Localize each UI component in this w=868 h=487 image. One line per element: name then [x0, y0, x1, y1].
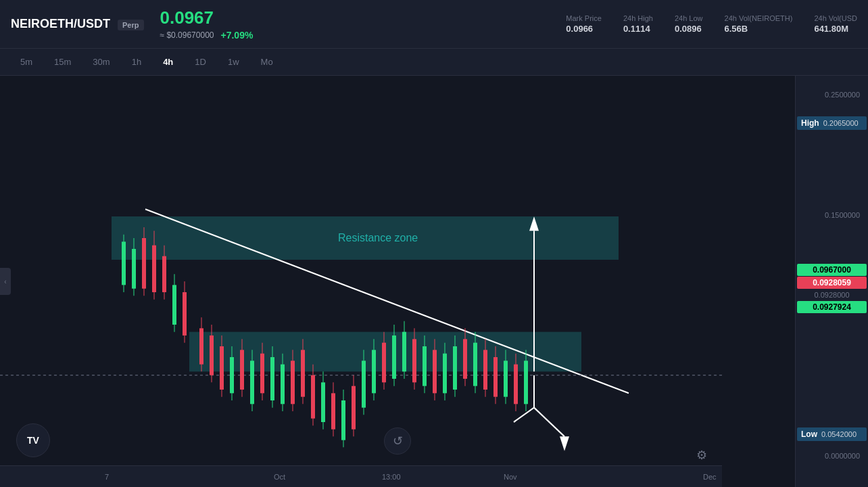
tf-1w[interactable]: 1w: [218, 54, 249, 70]
price-block: 0.0967 ≈ $0.09670000 +7.09%: [160, 7, 254, 41]
perp-badge: Perp: [118, 20, 143, 30]
tf-15m[interactable]: 15m: [45, 54, 80, 70]
symbol-text: NEIROETH/USDT: [11, 17, 110, 30]
time-tick-oct: Oct: [274, 473, 285, 481]
low-label-block: Low 0.0542000: [797, 427, 867, 441]
stat-vol-neiroeth: 24h Vol(NEIROETH) 6.56B: [725, 14, 793, 34]
time-tick-nov: Nov: [504, 473, 517, 481]
vol-usdt-value: 641.80M: [814, 24, 857, 34]
high-label-block: High 0.2065000: [797, 116, 867, 130]
header-stats: Mark Price 0.0966 24h High 0.1114 24h Lo…: [566, 14, 857, 34]
time-tick-dec: Dec: [703, 473, 717, 481]
reset-button[interactable]: ↺: [384, 427, 411, 455]
vol-usdt-label: 24h Vol(USD: [814, 14, 857, 22]
chart-container: 0.0967000 +0.0021000 (+2.22%) NEIROETH/U…: [0, 76, 868, 487]
reset-icon: ↺: [393, 434, 403, 448]
price-tick-015: 0.1500000: [819, 211, 865, 219]
tf-mo[interactable]: Mo: [251, 54, 283, 70]
low-value: 0.0542000: [821, 430, 857, 438]
mark-price-label: Mark Price: [566, 14, 602, 22]
svg-rect-8: [0, 76, 795, 487]
settings-button[interactable]: ⚙: [696, 448, 707, 463]
stat-mark-price: Mark Price 0.0966: [566, 14, 602, 34]
time-axis: 7 Oct 13:00 Nov Dec: [0, 465, 722, 487]
vol-neiroeth-value: 6.56B: [725, 24, 793, 34]
time-tick-1300: 13:00: [382, 473, 401, 481]
price-tick-0: 0.0000000: [819, 452, 865, 460]
symbol-pair: NEIROETH/USDT Perp: [11, 17, 144, 31]
high-label: 24h High: [623, 14, 653, 22]
settings-icon: ⚙: [696, 448, 707, 462]
high-value: 0.1114: [623, 24, 653, 34]
low-label: 24h Low: [675, 14, 703, 22]
price-boxes: 0.0967000 0.0928059 0.0928000 0.0927924: [797, 264, 867, 314]
time-tick-7: 7: [105, 473, 109, 481]
collapse-arrow[interactable]: ‹: [0, 268, 11, 295]
high-value: 0.2065000: [823, 119, 859, 127]
tf-5m[interactable]: 5m: [11, 54, 42, 70]
price-tick-025: 0.2500000: [819, 91, 865, 99]
stat-vol-usdt: 24h Vol(USD 641.80M: [814, 14, 857, 34]
price-box-current: 0.0967000: [797, 264, 867, 276]
price-box-neutral1: 0.0928000: [797, 289, 867, 300]
collapse-icon: ‹: [4, 278, 6, 285]
price-box-green1: 0.0927924: [797, 301, 867, 313]
stat-24h-low: 24h Low 0.0896: [675, 14, 703, 34]
main-price: 0.0967: [160, 7, 254, 28]
resistance-label: Resistance zone: [338, 231, 418, 245]
tf-1d[interactable]: 1D: [185, 54, 216, 70]
price-usd: ≈ $0.09670000: [160, 30, 214, 40]
tf-4h[interactable]: 4h: [153, 54, 183, 70]
low-value: 0.0896: [675, 24, 703, 34]
price-change: +7.09%: [221, 30, 254, 41]
tf-1h[interactable]: 1h: [122, 54, 151, 70]
price-axis: 0.2500000 High 0.2065000 0.1500000 0.096…: [795, 76, 868, 487]
high-label-text: High: [801, 118, 819, 128]
stat-24h-high: 24h High 0.1114: [623, 14, 653, 34]
tv-logo-text: TV: [27, 435, 39, 446]
low-label-text: Low: [801, 430, 817, 439]
timeframe-bar: 5m 15m 30m 1h 4h 1D 1w Mo: [0, 49, 868, 76]
vol-neiroeth-label: 24h Vol(NEIROETH): [725, 14, 793, 22]
chart-main: 0.0967000 +0.0021000 (+2.22%) NEIROETH/U…: [0, 76, 795, 487]
chart-svg: Resistance zone: [0, 76, 795, 487]
tradingview-logo[interactable]: TV: [16, 423, 50, 457]
price-box-red1: 0.0928059: [797, 277, 867, 289]
tf-30m[interactable]: 30m: [83, 54, 119, 70]
header: NEIROETH/USDT Perp 0.0967 ≈ $0.09670000 …: [0, 0, 868, 49]
mark-price-value: 0.0966: [566, 24, 602, 34]
